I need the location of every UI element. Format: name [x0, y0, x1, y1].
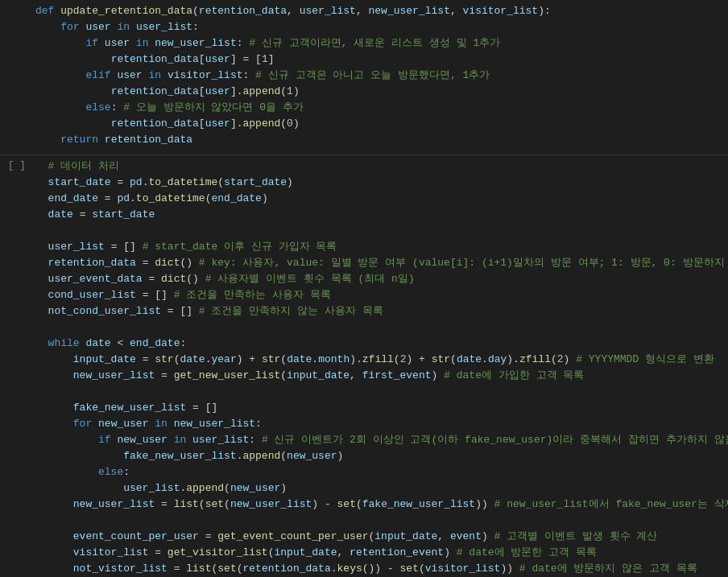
code-line: input_date = str(date.year) + str(date.m… [0, 352, 728, 368]
code-line [0, 319, 728, 336]
code-line [0, 223, 728, 239]
code-editor: def update_retention_data(retention_data… [0, 0, 728, 577]
code-line: for user in user_list: [0, 19, 728, 35]
code-line: while date < end_date: [0, 336, 728, 352]
code-block-2: [ ] # 데이터 처리 start_date = pd.to_datetime… [0, 155, 728, 577]
code-line: retention_data = dict() # key: 사용자, valu… [0, 255, 728, 271]
code-line: user_list.append(new_user) [0, 480, 728, 497]
code-line: retention_data[user].append(1) [0, 84, 728, 100]
code-line: for new_user in new_user_list: [0, 416, 728, 432]
code-line: visitor_list = get_visitor_list(input_da… [0, 545, 728, 561]
code-line: event_count_per_user = get_event_count_p… [0, 529, 728, 545]
code-line: date = start_date [0, 207, 728, 223]
code-line: not_vistor_list = list(set(retention_dat… [0, 561, 728, 577]
code-line: if user in new_user_list: # 신규 고객이라면, 새로… [0, 35, 728, 52]
code-line: user_list = [] # start_date 이후 신규 가입자 목록 [0, 239, 728, 255]
code-line: fake_new_user_list.append(new_user) [0, 448, 728, 464]
code-line: fake_new_user_list = [] [0, 400, 728, 416]
code-line: end_date = pd.to_datetime(end_date) [0, 191, 728, 207]
code-line: new_user_list = list(set(new_user_list) … [0, 497, 728, 513]
code-line: retention_data[user].append(0) [0, 116, 728, 132]
code-line: not_cond_user_list = [] # 조건을 만족하지 않는 사용… [0, 303, 728, 319]
code-line: [ ] # 데이터 처리 [0, 159, 728, 175]
code-line: else: [0, 464, 728, 480]
code-line: user_event_data = dict() # 사용자별 이벤트 횟수 목… [0, 271, 728, 287]
code-line: else: # 오늘 방문하지 않았다면 0을 추가 [0, 100, 728, 116]
code-line: cond_user_list = [] # 조건을 만족하는 사용자 목록 [0, 287, 728, 303]
code-line: elif user in visitor_list: # 신규 고객은 아니고 … [0, 68, 728, 84]
code-line: return retention_data [0, 132, 728, 148]
code-line [0, 513, 728, 529]
code-line: retention_data[user] = [1] [0, 52, 728, 68]
code-line: start_date = pd.to_datetime(start_date) [0, 175, 728, 191]
code-line: new_user_list = get_new_user_list(input_… [0, 368, 728, 384]
code-block-1: def update_retention_data(retention_data… [0, 0, 728, 155]
code-line: if new_user in user_list: # 신규 이벤트가 2회 이… [0, 432, 728, 448]
code-line: def update_retention_data(retention_data… [0, 3, 728, 19]
code-line [0, 384, 728, 400]
